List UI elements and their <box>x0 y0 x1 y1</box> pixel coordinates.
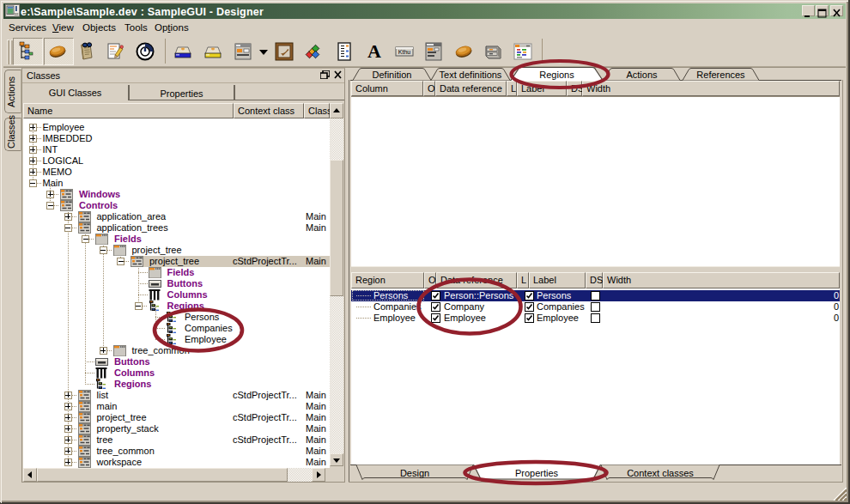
svg-text:Definition: Definition <box>373 70 412 80</box>
svg-text:Actions: Actions <box>626 70 658 80</box>
svg-text:Text definitions: Text definitions <box>440 70 502 80</box>
svg-text:Properties: Properties <box>515 468 559 478</box>
svg-text:Design: Design <box>400 468 429 478</box>
svg-text:Context classes: Context classes <box>627 468 694 478</box>
svg-text:References: References <box>696 70 745 80</box>
svg-text:Regions: Regions <box>539 70 574 80</box>
